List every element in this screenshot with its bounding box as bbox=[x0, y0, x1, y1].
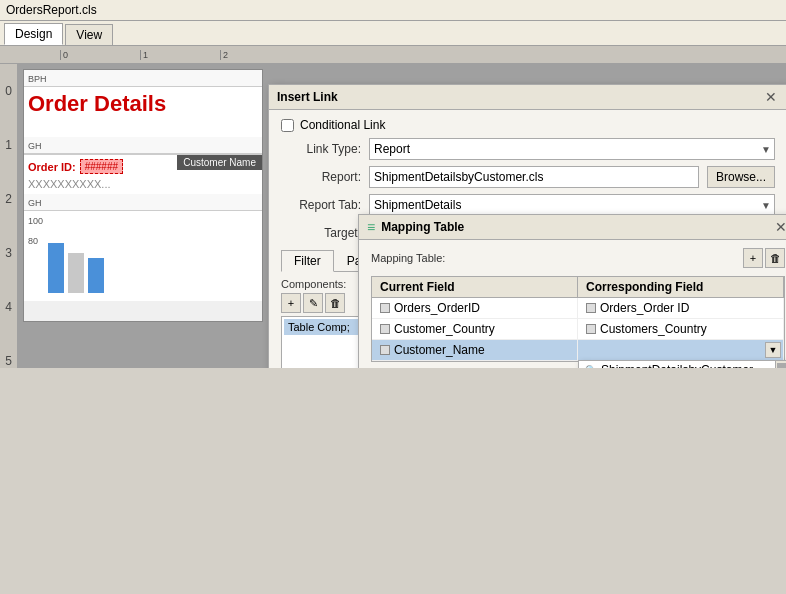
browse-button[interactable]: Browse... bbox=[707, 166, 775, 188]
left-ruler: 0 1 2 3 4 5 bbox=[0, 64, 18, 368]
mapping-row2-current: Customer_Country bbox=[394, 322, 495, 336]
mapping-title: Mapping Table bbox=[381, 220, 464, 234]
mapping-row2-icon bbox=[380, 324, 390, 334]
report-header-area: Order Details bbox=[24, 87, 262, 137]
mapping-row3-icon bbox=[380, 345, 390, 355]
mapping-table-label: Mapping Table: bbox=[371, 252, 445, 264]
mapping-title-bar: ≡ Mapping Table ✕ bbox=[359, 215, 786, 240]
target-label: Target: bbox=[281, 226, 361, 240]
mapping-row3-dropdown-arrow[interactable]: ▼ bbox=[765, 342, 781, 358]
mapping-table-dialog: ≡ Mapping Table ✕ Mapping Table: + 🗑 Cur bbox=[358, 214, 786, 368]
link-type-select[interactable]: Report bbox=[369, 138, 775, 160]
components-delete-btn[interactable]: 🗑 bbox=[325, 293, 345, 313]
report-tab-select[interactable]: ShipmentDetails bbox=[369, 194, 775, 216]
hash-field: ###### bbox=[80, 159, 123, 174]
search-icon: 🔍 bbox=[585, 365, 597, 369]
components-edit-btn[interactable]: ✎ bbox=[303, 293, 323, 313]
bph-section: BPH bbox=[24, 70, 262, 87]
tab-filter[interactable]: Filter bbox=[281, 250, 334, 272]
dropdown-root[interactable]: 🔍 ShipmentDetailsbyCustomer bbox=[579, 361, 786, 368]
canvas: BPH Order Details GH Order ID: ###### Cu… bbox=[18, 64, 786, 368]
link-type-label: Link Type: bbox=[281, 142, 361, 156]
mapping-row-3[interactable]: Customer_Name ▼ 🔍 ShipmentD bbox=[372, 340, 784, 361]
link-type-row: Link Type: Report ▼ bbox=[281, 138, 775, 160]
mapping-icon: ≡ bbox=[367, 219, 375, 235]
tab-view[interactable]: View bbox=[65, 24, 113, 45]
chart-section: 100 80 bbox=[24, 211, 262, 301]
mapping-delete-btn[interactable]: 🗑 bbox=[765, 248, 785, 268]
mapping-row-2[interactable]: Customer_Country Customers_Country bbox=[372, 319, 784, 340]
gh-section-2: GH bbox=[24, 194, 262, 211]
conditional-link-label: Conditional Link bbox=[300, 118, 385, 132]
mapping-table-container: Current Field Corresponding Field Orders… bbox=[371, 276, 785, 362]
mapping-header-corresponding: Corresponding Field bbox=[578, 277, 784, 297]
report-canvas: BPH Order Details GH Order ID: ###### Cu… bbox=[23, 69, 263, 322]
mapping-row1-corresponding: Orders_Order ID bbox=[600, 301, 689, 315]
report-input[interactable] bbox=[369, 166, 699, 188]
mapping-dropdown: 🔍 ShipmentDetailsbyCustomer ▼ 📁 Orders bbox=[578, 360, 786, 368]
bar-chart bbox=[48, 243, 104, 293]
window-title: OrdersReport.cls bbox=[6, 3, 97, 17]
tabs-bar: Design View bbox=[0, 21, 786, 46]
footer-section bbox=[24, 301, 262, 321]
insert-link-title: Insert Link bbox=[277, 90, 338, 104]
mapping-row-1[interactable]: Orders_OrderID Orders_Order ID bbox=[372, 298, 784, 319]
mapping-row1-current: Orders_OrderID bbox=[394, 301, 480, 315]
order-details-title: Order Details bbox=[28, 91, 166, 116]
mapping-add-btn[interactable]: + bbox=[743, 248, 763, 268]
insert-link-close-button[interactable]: ✕ bbox=[763, 89, 779, 105]
dropdown-scroll-thumb bbox=[777, 363, 787, 368]
insert-link-title-bar: Insert Link ✕ bbox=[269, 85, 786, 110]
ruler: 0 1 2 bbox=[0, 46, 786, 64]
components-add-btn[interactable]: + bbox=[281, 293, 301, 313]
dropdown-scrollbar[interactable] bbox=[775, 361, 786, 368]
customer-name-badge: Customer Name bbox=[177, 155, 262, 170]
report-row: Report: Browse... bbox=[281, 166, 775, 188]
mapping-row2-corresponding: Customers_Country bbox=[600, 322, 707, 336]
mapping-row1-icon bbox=[380, 303, 390, 313]
mapping-row1-icon2 bbox=[586, 303, 596, 313]
report-tab-row: Report Tab: ShipmentDetails ▼ bbox=[281, 194, 775, 216]
gh-section-1: GH bbox=[24, 137, 262, 154]
report-label: Report: bbox=[281, 170, 361, 184]
mapping-close-button[interactable]: ✕ bbox=[773, 219, 786, 235]
order-id-label: Order ID: bbox=[28, 161, 76, 173]
tab-design[interactable]: Design bbox=[4, 23, 63, 45]
conditional-link-checkbox[interactable] bbox=[281, 119, 294, 132]
title-bar: OrdersReport.cls bbox=[0, 0, 786, 21]
dropdown-root-label: ShipmentDetailsbyCustomer bbox=[601, 363, 753, 368]
mapping-toolbar: + 🗑 bbox=[743, 248, 785, 268]
mapping-row2-icon2 bbox=[586, 324, 596, 334]
x-field: XXXXXXXXXX... bbox=[28, 178, 258, 190]
report-tab-label: Report Tab: bbox=[281, 198, 361, 212]
detail-row: Order ID: ###### Customer Name XXXXXXXXX… bbox=[24, 154, 262, 194]
mapping-row3-current: Customer_Name bbox=[394, 343, 485, 357]
mapping-header-current: Current Field bbox=[372, 277, 578, 297]
conditional-link-row: Conditional Link bbox=[281, 118, 775, 132]
